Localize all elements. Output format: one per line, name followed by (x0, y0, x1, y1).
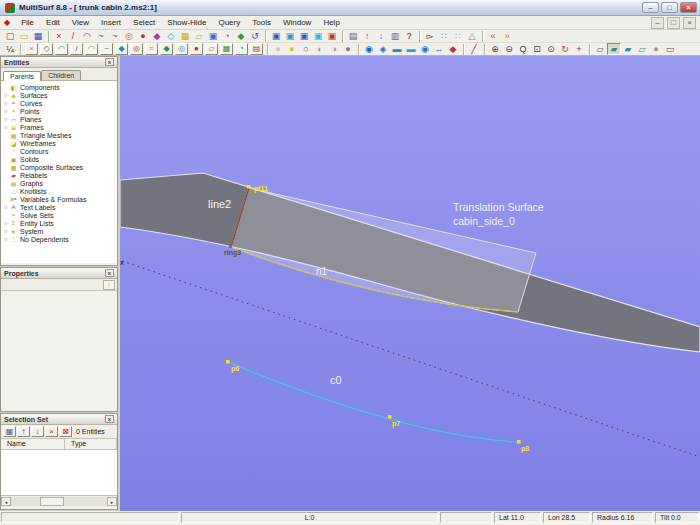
tree-item-wireframes[interactable]: ◪Wireframes (1, 139, 117, 147)
tool-bcurve-button[interactable]: ~ (100, 43, 113, 55)
insert-cspline-button[interactable]: ~ (108, 30, 122, 42)
display-hidden-line-button[interactable]: ▱ (635, 43, 649, 55)
tool-translation-surface-button[interactable]: ▦ (220, 43, 233, 55)
select-set-button[interactable]: ▥ (388, 30, 402, 42)
tree-item-variables-formulas[interactable]: x=Variables & Formulas (1, 195, 117, 203)
hide-others-lamp-button[interactable]: ● (341, 43, 355, 55)
select-mode-button[interactable]: ▤ (346, 30, 360, 42)
tree-item-points[interactable]: ▷×Points (1, 107, 117, 115)
selection-hscrollbar[interactable]: ◂ ▸ (1, 495, 117, 506)
tab-parents[interactable]: Parents (3, 71, 41, 81)
insert-point-button[interactable]: × (52, 30, 66, 42)
close-button[interactable]: × (680, 2, 697, 13)
tool-foil-button[interactable]: ◆ (115, 43, 128, 55)
display-background-button[interactable]: ▭ (663, 43, 677, 55)
restore-button[interactable]: □ (661, 2, 678, 13)
menu-show-hide[interactable]: Show-Hide (161, 17, 212, 28)
entities-close-icon[interactable]: x (105, 58, 114, 66)
select-children-button[interactable]: ↓ (374, 30, 388, 42)
expander-icon[interactable]: ▷ (1, 220, 9, 226)
mdi-close-button[interactable]: × (683, 17, 696, 29)
view-iso-button[interactable]: ◉ (418, 43, 432, 55)
expander-icon[interactable]: ▷ (1, 92, 9, 98)
tool-projected-point-button[interactable]: ◇ (40, 43, 53, 55)
undo-button[interactable]: ↺ (248, 30, 262, 42)
document-icon[interactable]: ◆ (4, 18, 10, 27)
tree-item-relabels[interactable]: ▰Relabels (1, 171, 117, 179)
menu-insert[interactable]: Insert (95, 17, 127, 28)
open-file-button[interactable]: ▭ (17, 30, 31, 42)
prev-entity-button[interactable]: « (486, 30, 500, 42)
tree-item-system[interactable]: ▷★System (1, 227, 117, 235)
tool-ruled-surface-button[interactable]: ▱ (205, 43, 218, 55)
window-body-view-button[interactable]: ▣ (311, 30, 325, 42)
query-button[interactable]: ? (402, 30, 416, 42)
mdi-minimize-button[interactable]: – (651, 17, 664, 29)
zoom-previous-button[interactable]: Q (516, 43, 530, 55)
tree-item-components[interactable]: ◧Components (1, 83, 117, 91)
menu-file[interactable]: File (15, 17, 40, 28)
tree-item-solve-sets[interactable]: =Solve Sets (1, 211, 117, 219)
tree-item-entity-lists[interactable]: ▷≡Entity Lists (1, 219, 117, 227)
window-error-list-button[interactable]: ▣ (325, 30, 339, 42)
window-profile-view-button[interactable]: ▣ (297, 30, 311, 42)
new-file-button[interactable]: ▢ (3, 30, 17, 42)
tree-item-surfaces[interactable]: ▷◆Surfaces (1, 91, 117, 99)
insert-plane-button[interactable]: ▱ (192, 30, 206, 42)
scale-quarter-button[interactable]: ¼ (3, 43, 17, 55)
scroll-thumb[interactable] (40, 497, 64, 506)
window-plan-view-button[interactable]: ▣ (283, 30, 297, 42)
menu-tools[interactable]: Tools (246, 17, 277, 28)
tree-item-knotlists[interactable]: ∴Knotlists (1, 187, 117, 195)
tool-rotated-point-button[interactable]: ◠ (55, 43, 68, 55)
expander-icon[interactable]: ▷ (1, 204, 9, 210)
sketch-pen-button[interactable]: ╱ (467, 43, 481, 55)
point-ring3[interactable] (229, 245, 232, 248)
tree-item-no-dependents[interactable]: ▷∴No Dependents (1, 235, 117, 243)
expander-icon[interactable]: ▷ (1, 100, 9, 106)
save-file-button[interactable]: ▦ (31, 30, 45, 42)
zoom-out-button[interactable]: ⊖ (502, 43, 516, 55)
menu-help[interactable]: Help (317, 17, 345, 28)
show-parents-lamp-button[interactable]: ◐ (313, 43, 327, 55)
tool-blend-surface-button[interactable]: ▤ (250, 43, 263, 55)
menu-query[interactable]: Query (212, 17, 246, 28)
tree-item-composite-surfaces[interactable]: ▩Composite Surfaces (1, 163, 117, 171)
zoom-in-button[interactable]: ⊕ (488, 43, 502, 55)
expander-icon[interactable]: ▷ (1, 124, 9, 130)
window-front-view-button[interactable]: ▣ (269, 30, 283, 42)
point-p7[interactable] (388, 415, 392, 419)
pointer-button[interactable]: ▻ (423, 30, 437, 42)
insert-relabel-button[interactable]: ◆ (234, 30, 248, 42)
tree-item-graphs[interactable]: ▤Graphs (1, 179, 117, 187)
expander-icon[interactable]: ▷ (1, 228, 9, 234)
point-pt11[interactable] (247, 185, 251, 189)
select-parents-button[interactable]: ↑ (360, 30, 374, 42)
display-shaded-edges-button[interactable]: ▰ (621, 43, 635, 55)
tree-item-planes[interactable]: ▷▱Planes (1, 115, 117, 123)
insert-line-button[interactable]: / (66, 30, 80, 42)
display-lights-button[interactable]: ● (649, 43, 663, 55)
expander-icon[interactable]: ▷ (1, 236, 9, 242)
tool-conic-button[interactable]: ◎ (130, 43, 143, 55)
move-down-button[interactable]: ↓ (31, 426, 44, 437)
insert-ring-button[interactable]: ◎ (122, 30, 136, 42)
tree-item-solids[interactable]: ▣Solids (1, 155, 117, 163)
insert-mesh-button[interactable]: ▦ (178, 30, 192, 42)
view-home-button[interactable]: ◉ (362, 43, 376, 55)
tree-item-contours[interactable]: ◔Contours (1, 147, 117, 155)
expander-icon[interactable]: ▷ (1, 108, 9, 114)
insert-magnet-button[interactable]: ◆ (150, 30, 164, 42)
mdi-restore-button[interactable]: □ (667, 17, 680, 29)
minimize-button[interactable]: – (642, 2, 659, 13)
display-shaded-button[interactable]: ▰ (607, 43, 621, 55)
column-header-name[interactable]: Name (1, 439, 65, 449)
menu-select[interactable]: Select (127, 17, 161, 28)
insert-solid-button[interactable]: ▣ (206, 30, 220, 42)
point-p6[interactable] (226, 360, 230, 364)
tool-magnet-button[interactable]: ◆ (160, 43, 173, 55)
next-entity-button[interactable]: » (500, 30, 514, 42)
digitize-grid-button[interactable]: ∷ (437, 30, 451, 42)
selection-list-button[interactable]: ▦ (3, 426, 16, 437)
selection-close-icon[interactable]: x (105, 415, 114, 423)
